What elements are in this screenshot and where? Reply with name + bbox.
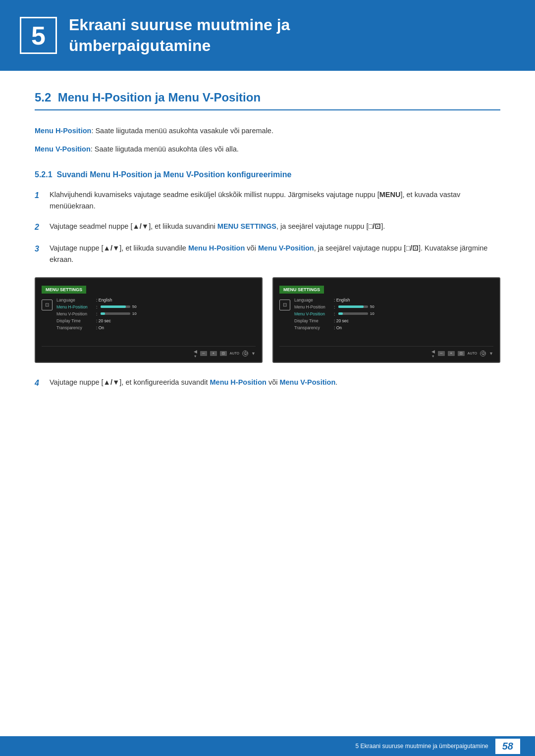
section-heading: 5.2 Menu H-Position ja Menu V-Position xyxy=(35,91,500,110)
osd-v-slider xyxy=(101,312,130,315)
osd-right-item-language: Language : English xyxy=(294,298,493,302)
step-2: 2 Vajutage seadmel nuppe [▲/▼], et liiku… xyxy=(35,221,500,234)
osd-right-bottom: ◀ ▼ ─ + ⊡ AUTO ⏻ ▼ xyxy=(279,346,493,358)
osd-right-menu: ⊡ Language : English Menu H-Position : xyxy=(279,298,493,342)
osd-right-h-slider xyxy=(338,305,368,308)
osd-right-arrow-right: ▼ xyxy=(489,351,493,356)
osd-right: MENU SETTINGS ⊡ Language : English Menu … xyxy=(272,277,500,363)
term-v-position: Menu V-Position xyxy=(35,145,91,153)
steps-list: 1 Klahvijuhendi kuvamiseks vajutage sead… xyxy=(35,189,500,265)
subsection-heading: 5.2.1 Suvandi Menu H-Position ja Menu V-… xyxy=(35,170,500,179)
osd-right-btn-minus: ─ xyxy=(438,351,445,356)
osd-right-sidebar: ⊡ xyxy=(279,298,290,342)
osd-right-v-slider xyxy=(338,312,368,315)
osd-left-auto-label: AUTO xyxy=(230,352,239,355)
osd-right-power-btn: ⏻ xyxy=(480,351,486,356)
osd-left-sidebar: ⊡ xyxy=(42,298,53,342)
osd-right-auto-label: AUTO xyxy=(468,352,477,355)
osd-item-v-position: Menu V-Position : 10 xyxy=(56,311,256,316)
osd-right-item-v-position-active: Menu V-Position : 10 xyxy=(294,311,493,316)
osd-right-item-h-position: Menu H-Position : 50 xyxy=(294,304,493,309)
osd-left-items: Language : English Menu H-Position : 50 xyxy=(56,298,256,342)
osd-right-btn-plus: + xyxy=(448,351,455,356)
osd-right-arrow-left: ◀ ▼ xyxy=(431,349,435,358)
step-1: 1 Klahvijuhendi kuvamiseks vajutage sead… xyxy=(35,189,500,212)
osd-left-btn-minus: ─ xyxy=(200,351,207,356)
osd-h-slider xyxy=(101,305,130,308)
osd-item-display-time: Display Time : 20 sec xyxy=(56,318,256,323)
osd-right-items: Language : English Menu H-Position : 50 xyxy=(294,298,493,342)
osd-right-item-transparency: Transparency : On xyxy=(294,325,493,330)
chapter-banner: 5 Ekraani suuruse muutmine jaümberpaigut… xyxy=(0,0,535,71)
osd-left-arrow-right: ▼ xyxy=(251,351,256,356)
osd-item-h-position-active: Menu H-Position : 50 xyxy=(56,304,256,309)
osd-left-btn-plus: + xyxy=(210,351,217,356)
monitor-screenshots: MENU SETTINGS ⊡ Language : English Menu … xyxy=(35,277,500,363)
osd-item-language: Language : English xyxy=(56,298,256,302)
steps-list-2: 4 Vajutage nuppe [▲/▼], et konfigureerid… xyxy=(35,377,500,390)
desc-para-2: Menu V-Position: Saate liigutada menüü a… xyxy=(35,144,500,155)
footer: 5 Ekraani suuruse muutmine ja ümberpaigu… xyxy=(0,736,535,756)
osd-right-title: MENU SETTINGS xyxy=(279,286,324,294)
osd-item-transparency: Transparency : On xyxy=(56,325,256,330)
step-4: 4 Vajutage nuppe [▲/▼], et konfigureerid… xyxy=(35,377,500,390)
osd-right-item-display-time: Display Time : 20 sec xyxy=(294,318,493,323)
footer-page: 58 xyxy=(495,739,520,754)
desc-para-1: Menu H-Position: Saate liigutada menüü a… xyxy=(35,125,500,137)
osd-right-icon: ⊡ xyxy=(279,300,290,310)
osd-right-btn-enter: ⊡ xyxy=(458,351,465,356)
chapter-title: Ekraani suuruse muutmine jaümberpaigutam… xyxy=(69,15,290,56)
osd-left-menu: ⊡ Language : English Menu H-Position : xyxy=(42,298,256,342)
chapter-number: 5 xyxy=(20,17,57,54)
osd-left-arrow-left: ◀ ▼ xyxy=(194,349,197,358)
osd-left-icon: ⊡ xyxy=(42,300,53,310)
main-content: 5.2 Menu H-Position ja Menu V-Position M… xyxy=(0,71,535,431)
osd-left-btn-enter: ⊡ xyxy=(220,351,227,356)
osd-left: MENU SETTINGS ⊡ Language : English Menu … xyxy=(35,277,263,363)
term-h-position: Menu H-Position xyxy=(35,127,91,135)
footer-text: 5 Ekraani suuruse muutmine ja ümberpaigu… xyxy=(356,743,488,750)
step-3: 3 Vajutage nuppe [▲/▼], et liikuda suvan… xyxy=(35,243,500,265)
osd-left-power-btn: ⏻ xyxy=(242,351,248,356)
osd-left-bottom: ◀ ▼ ─ + ⊡ AUTO ⏻ ▼ xyxy=(42,346,256,358)
osd-left-title: MENU SETTINGS xyxy=(42,286,86,294)
